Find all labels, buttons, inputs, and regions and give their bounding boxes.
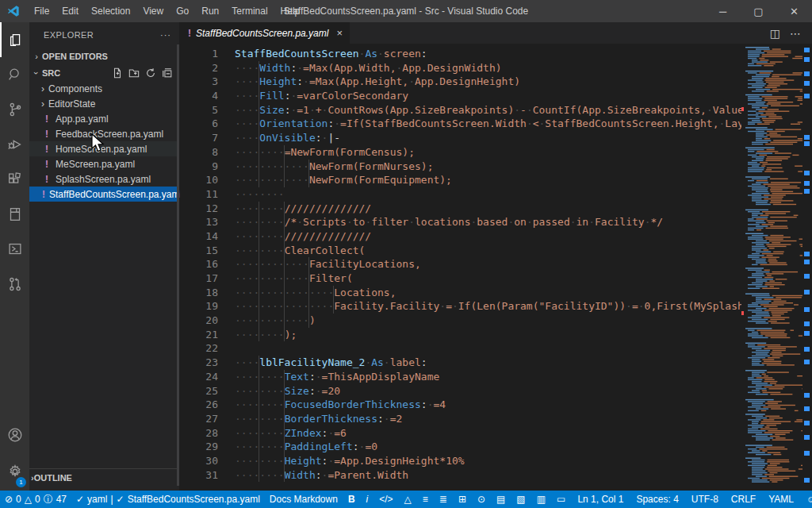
minimap[interactable] bbox=[741, 44, 802, 491]
tree-item-homescreen-pa-yaml[interactable]: !HomeScreen.pa.yaml bbox=[29, 141, 179, 156]
bold-icon[interactable]: B bbox=[343, 491, 361, 508]
code-line[interactable]: 13········/*·Scripts·to·filter·locations… bbox=[180, 215, 741, 229]
code-icon[interactable]: </> bbox=[373, 491, 398, 508]
code-line[interactable]: 26········FocusedBorderThickness:·=4 bbox=[180, 398, 741, 412]
file-image-icon[interactable]: ▤ bbox=[491, 491, 511, 508]
list-numbered-icon[interactable]: ≣ bbox=[434, 491, 453, 508]
yaml-validation-status[interactable]: ✓ yaml | ✓ StaffBedCountsScreen.pa.yaml bbox=[71, 491, 265, 508]
code-line[interactable]: 27········BorderThickness:·=2 bbox=[180, 412, 741, 426]
search-icon[interactable] bbox=[0, 57, 29, 92]
code-line[interactable]: 22 bbox=[180, 341, 741, 356]
code-line[interactable]: 3····Height:·=Max(App.Height,·App.Design… bbox=[180, 75, 741, 89]
code-line[interactable]: 8········=NewForm(FormCensus); bbox=[180, 145, 741, 160]
file-code-icon[interactable]: ▥ bbox=[531, 491, 551, 508]
code-line[interactable]: 23····lblFacilityName_2·As·label: bbox=[180, 356, 741, 370]
file-upload-icon[interactable]: ▧ bbox=[511, 491, 530, 508]
menu-view[interactable]: View bbox=[136, 0, 170, 22]
menu-file[interactable]: File bbox=[28, 0, 56, 22]
code-line[interactable]: 15········ClearCollect( bbox=[180, 244, 741, 258]
run-debug-icon[interactable] bbox=[0, 127, 29, 162]
code-line[interactable]: 11········ bbox=[180, 187, 741, 202]
outline-section[interactable]: › OUTLINE bbox=[29, 468, 179, 486]
indentation-status[interactable]: Spaces: 4 bbox=[630, 491, 684, 508]
pull-request-icon[interactable] bbox=[0, 267, 29, 302]
language-mode-status[interactable]: YAML bbox=[762, 491, 800, 508]
code-line[interactable]: 24········Text:·=ThisAppDisplayName bbox=[180, 370, 741, 384]
tab-staffbedcountsscreen[interactable]: ! StaffBedCountsScreen.pa.yaml × bbox=[180, 22, 350, 44]
maximize-button[interactable]: ▢ bbox=[741, 0, 776, 22]
list-bullet-icon[interactable]: ≡ bbox=[417, 491, 434, 508]
code-line[interactable]: 7····OnVisible:·|- bbox=[180, 131, 741, 145]
src-section[interactable]: › SRC bbox=[29, 64, 179, 81]
cursor-position-status[interactable]: Ln 1, Col 1 bbox=[571, 491, 630, 508]
overview-ruler[interactable] bbox=[802, 44, 812, 491]
more-actions-icon[interactable]: ⋯ bbox=[790, 27, 801, 40]
tree-item-editorstate[interactable]: ›EditorState bbox=[29, 96, 179, 111]
alert-icon[interactable]: △ bbox=[399, 491, 417, 508]
tree-item-app-pa-yaml[interactable]: !App.pa.yaml bbox=[29, 111, 179, 126]
menu-selection[interactable]: Selection bbox=[85, 0, 136, 22]
code-line[interactable]: 2····Width:·=Max(App.Width,·App.DesignWi… bbox=[180, 61, 741, 75]
explorer-more-icon[interactable]: ··· bbox=[160, 30, 171, 40]
tree-item-label: EditorState bbox=[48, 98, 95, 110]
code-line[interactable]: 17············Filter( bbox=[180, 271, 741, 286]
code-line[interactable]: 19················Facility.Facility·=·If… bbox=[180, 299, 741, 314]
code-line[interactable]: 25········Size:·=20 bbox=[180, 384, 741, 398]
code-line[interactable]: 16············FacilityLocations, bbox=[180, 257, 741, 271]
menu-run[interactable]: Run bbox=[195, 0, 225, 22]
code-line[interactable]: 14········////////////// bbox=[180, 229, 741, 244]
docs-markdown-status[interactable]: Docs Markdown bbox=[265, 491, 343, 508]
code-line[interactable]: 29········PaddingLeft:·=0 bbox=[180, 440, 741, 454]
code-line[interactable]: 9············NewForm(FormNurses); bbox=[180, 160, 741, 174]
code-editor[interactable]: 1StaffBedCountsScreen·As·screen:2····Wid… bbox=[180, 44, 812, 491]
diagnostic-marker bbox=[804, 81, 810, 86]
code-line[interactable]: 6····Orientation:·=If(StaffBedCountsScre… bbox=[180, 117, 741, 131]
settings-gear-icon[interactable]: 1 bbox=[0, 452, 29, 491]
new-folder-icon[interactable] bbox=[128, 67, 140, 79]
account-icon[interactable] bbox=[0, 418, 29, 452]
notebook-icon[interactable] bbox=[0, 197, 29, 232]
problems-status[interactable]: ⊘ 0 △ 0 ⓘ 47 bbox=[0, 491, 71, 508]
new-file-icon[interactable] bbox=[112, 67, 123, 79]
tree-item-components[interactable]: ›Components bbox=[29, 81, 179, 96]
code-line[interactable]: 18················Locations, bbox=[180, 286, 741, 300]
code-line[interactable]: 28········ZIndex:·=6 bbox=[180, 426, 741, 441]
code-line[interactable]: 30········Height:·=App.DesignHeight*10% bbox=[180, 454, 741, 468]
code-line[interactable]: 21········); bbox=[180, 328, 741, 342]
menu-terminal[interactable]: Terminal bbox=[225, 0, 274, 22]
code-line[interactable]: 4····Fill:·=varColorSecondary bbox=[180, 89, 741, 103]
extensions-icon[interactable] bbox=[0, 162, 29, 197]
eol-status[interactable]: CRLF bbox=[725, 491, 762, 508]
explorer-icon[interactable] bbox=[0, 22, 29, 57]
line-content: ········BorderThickness:·=2 bbox=[235, 412, 402, 426]
tree-item-mescreen-pa-yaml[interactable]: !MeScreen.pa.yaml bbox=[29, 156, 179, 171]
tree-item-splashscreen-pa-yaml[interactable]: !SplashScreen.pa.yaml bbox=[29, 171, 179, 187]
collapse-all-icon[interactable] bbox=[162, 67, 173, 79]
code-line[interactable]: 5····Size:·=1·+·CountRows(App.SizeBreakp… bbox=[180, 103, 741, 117]
tab-close-icon[interactable]: × bbox=[336, 27, 343, 39]
power-platform-icon[interactable] bbox=[0, 232, 29, 267]
italic-icon[interactable]: i bbox=[361, 491, 374, 508]
code-line[interactable]: 20············) bbox=[180, 314, 741, 328]
menu-edit[interactable]: Edit bbox=[56, 0, 85, 22]
open-editors-section[interactable]: › OPEN EDITORS bbox=[29, 48, 179, 64]
feedback-icon[interactable]: ☺ bbox=[800, 491, 812, 508]
code-line[interactable]: 31········Width:·=Parent.Width bbox=[180, 468, 741, 483]
tree-item-feedbackscreen-pa-yaml[interactable]: !FeedbackScreen.pa.yaml bbox=[29, 126, 179, 141]
table-icon[interactable]: ⊞ bbox=[453, 491, 472, 508]
preview-icon[interactable]: ⊙ bbox=[472, 491, 491, 508]
template-icon[interactable]: ▭ bbox=[551, 491, 571, 508]
code-area[interactable]: 1StaffBedCountsScreen·As·screen:2····Wid… bbox=[180, 47, 741, 482]
source-control-icon[interactable] bbox=[0, 92, 29, 127]
line-content: ········Height:·=App.DesignHeight*10% bbox=[235, 454, 465, 468]
close-button[interactable]: ✕ bbox=[776, 0, 812, 22]
refresh-icon[interactable] bbox=[145, 67, 156, 79]
encoding-status[interactable]: UTF-8 bbox=[685, 491, 725, 508]
code-line[interactable]: 1StaffBedCountsScreen·As·screen: bbox=[180, 47, 741, 61]
split-editor-icon[interactable]: ◫ bbox=[770, 27, 780, 40]
minimize-button[interactable]: ─ bbox=[705, 0, 741, 22]
menu-go[interactable]: Go bbox=[170, 0, 195, 22]
tree-item-staffbedcountsscreen-pa-yaml[interactable]: !StaffBedCountsScreen.pa.yaml bbox=[29, 187, 179, 202]
code-line[interactable]: 10············NewForm(FormEquipment); bbox=[180, 173, 741, 187]
code-line[interactable]: 12········////////////// bbox=[180, 202, 741, 216]
